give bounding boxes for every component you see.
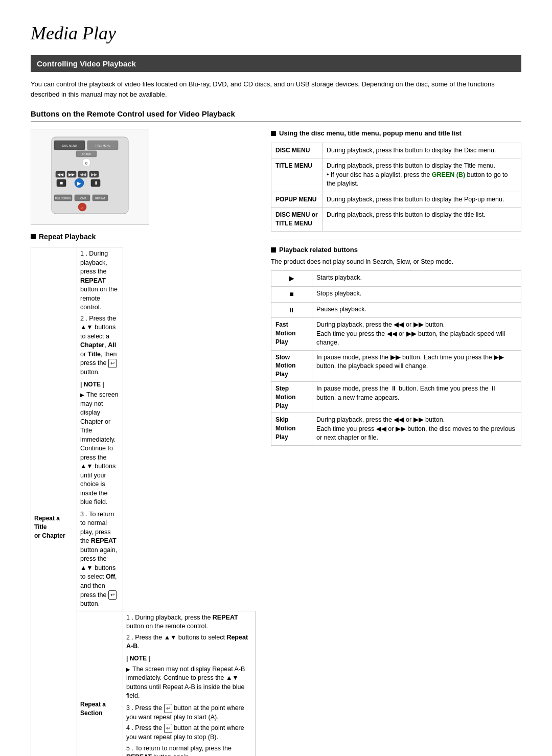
repeat-playback-heading: Repeat Playback — [31, 232, 256, 242]
table-row: Fast MotionPlay During playback, press t… — [271, 318, 521, 351]
title-menu-label: TITLE MENU — [271, 158, 323, 192]
svg-text:▶: ▶ — [77, 180, 81, 186]
buttons-heading: Buttons on the Remote Control used for V… — [31, 108, 521, 122]
table-row: ⏸ Pauses playback. — [271, 302, 521, 318]
section-header: Controlling Video Playback — [31, 55, 521, 72]
svg-text:▶▶: ▶▶ — [68, 172, 75, 177]
svg-text:⏸: ⏸ — [94, 180, 98, 186]
repeat-section-steps-cell: 1 . During playback, press the REPEAT bu… — [123, 611, 256, 756]
page-title: Media Play — [31, 20, 521, 46]
repeat-section-label: Repeat aSection — [77, 611, 123, 756]
slow-motion-desc: In pause mode, press the ▶▶ button. Each… — [312, 350, 521, 381]
playback-related-label: Playback related buttons — [279, 245, 358, 255]
svg-text:▶▶: ▶▶ — [91, 172, 98, 177]
step-motion-desc: In pause mode, press the ⏸ button. Each … — [312, 382, 521, 413]
pause-desc: Pauses playback. — [312, 302, 521, 318]
menu-table: DISC MENU During playback, press this bu… — [271, 143, 521, 232]
intro-text: You can control the playback of video fi… — [31, 79, 521, 99]
svg-text:⌂: ⌂ — [81, 206, 83, 210]
bullet-icon — [31, 234, 36, 239]
using-menu-heading: Using the disc menu, title menu, popup m… — [271, 129, 521, 138]
skip-motion-desc: During playback, press the ◀◀ or ▶▶ butt… — [312, 413, 521, 446]
table-row: ▶ Starts playback. — [271, 271, 521, 287]
main-content: DISC MENU TITLE MENU POPUP 0 ◀◀ ▶▶ ◀◀ ▶▶ — [31, 129, 521, 756]
popup-menu-desc: During playback, press this button to di… — [323, 192, 521, 208]
svg-text:◀◀: ◀◀ — [80, 172, 86, 177]
repeat-table: Repeat a Titleor Chapter 1 . During play… — [31, 247, 256, 756]
svg-text:FULL SCREEN: FULL SCREEN — [55, 197, 71, 200]
svg-text:◀◀: ◀◀ — [57, 172, 64, 177]
svg-text:DISC MENU: DISC MENU — [62, 144, 77, 147]
table-row: ■ Stops playback. — [271, 286, 521, 302]
bullet-icon-3 — [271, 247, 276, 253]
disc-menu-desc: During playback, press this button to di… — [323, 143, 521, 158]
step-motion-label: Step MotionPlay — [271, 382, 312, 413]
repeat-title-note: The screen may not display Chapter or Ti… — [80, 391, 119, 506]
right-column: Using the disc menu, title menu, popup m… — [271, 129, 521, 446]
table-row: TITLE MENU During playback, press this b… — [271, 158, 521, 192]
table-row: Skip MotionPlay During playback, press t… — [271, 413, 521, 446]
play-desc: Starts playback. — [312, 271, 521, 287]
svg-text:HOME: HOME — [79, 197, 87, 200]
table-row: Step MotionPlay In pause mode, press the… — [271, 382, 521, 413]
repeat-playback-label: Repeat Playback — [39, 232, 96, 242]
svg-text:■: ■ — [60, 180, 63, 186]
left-column: DISC MENU TITLE MENU POPUP 0 ◀◀ ▶▶ ◀◀ ▶▶ — [31, 129, 256, 756]
fast-motion-desc: During playback, press the ◀◀ or ▶▶ butt… — [312, 318, 521, 351]
table-row: DISC MENU During playback, press this bu… — [271, 143, 521, 158]
stop-desc: Stops playback. — [312, 286, 521, 302]
table-row: Repeat a Titleor Chapter 1 . During play… — [31, 247, 256, 611]
repeat-section-note: The screen may not display Repeat A-B im… — [126, 666, 245, 700]
disc-title-menu-desc: During playback, press this button to di… — [323, 208, 521, 232]
disc-menu-label: DISC MENU — [271, 143, 323, 158]
using-menu-label: Using the disc menu, title menu, popup m… — [279, 129, 462, 138]
pause-icon: ⏸ — [271, 302, 312, 318]
popup-menu-label: POPUP MENU — [271, 192, 323, 208]
fast-motion-label: Fast MotionPlay — [271, 318, 312, 351]
remote-control-image: DISC MENU TITLE MENU POPUP 0 ◀◀ ▶▶ ◀◀ ▶▶ — [31, 129, 149, 224]
repeat-title-steps-cell: 1 . During playback, press the REPEAT bu… — [77, 247, 123, 611]
svg-text:TITLE MENU: TITLE MENU — [95, 144, 110, 147]
playback-related-heading: Playback related buttons — [271, 245, 521, 255]
svg-text:POPUP: POPUP — [82, 153, 91, 156]
playback-note: The product does not play sound in Searc… — [271, 258, 521, 267]
disc-title-menu-label: DISC MENU orTITLE MENU — [271, 208, 323, 232]
skip-motion-label: Skip MotionPlay — [271, 413, 312, 446]
playback-table: ▶ Starts playback. ■ Stops playback. ⏸ P… — [271, 270, 521, 446]
svg-text:REPEAT: REPEAT — [95, 197, 105, 200]
svg-text:0: 0 — [85, 161, 88, 166]
repeat-title-label: Repeat a Titleor Chapter — [31, 247, 77, 756]
bullet-icon-2 — [271, 131, 276, 136]
title-menu-desc: During playback, press this button to di… — [323, 158, 521, 192]
slow-motion-label: Slow MotionPlay — [271, 350, 312, 381]
play-icon: ▶ — [271, 271, 312, 287]
table-row: DISC MENU orTITLE MENU During playback, … — [271, 208, 521, 232]
stop-icon: ■ — [271, 286, 312, 302]
table-row: Slow MotionPlay In pause mode, press the… — [271, 350, 521, 381]
table-row: POPUP MENU During playback, press this b… — [271, 192, 521, 208]
